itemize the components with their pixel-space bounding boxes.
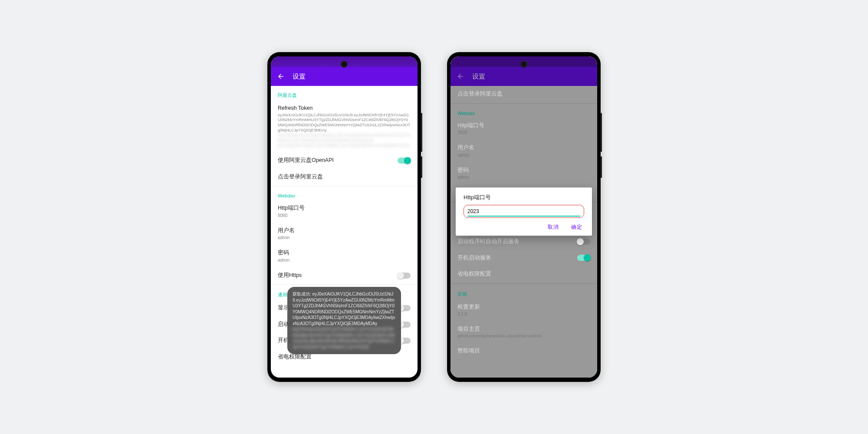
pref-boot-start[interactable]: 开机启动服务 [450,250,597,266]
dialog-input-highlight [464,205,584,218]
phone-right: 设置 点击登录阿里云盘 Webdav Http端口号 2628 用户名 [447,52,601,382]
pref-http-port[interactable]: Http端口号 8080 [271,200,418,223]
pref-username[interactable]: 用户名 admin [450,140,597,162]
pref-sponsor[interactable]: 赞助项目 [450,343,597,359]
refresh-token-value: eyJ0eXAiOiJKV1QiLCJhbGciOiJSUzI1NiJ9.eyJ… [278,113,411,148]
click-login-label: 点击登录阿里云盘 [278,173,411,181]
pref-click-login[interactable]: 点击登录阿里云盘 [450,86,597,102]
pref-use-https[interactable]: 使用Https [271,267,418,284]
pref-project-home[interactable]: 项目主页 github.com/eritpchy/webdav-aliyundr… [450,321,597,343]
pref-use-openapi[interactable]: 使用阿里云盘OpenAPI [271,152,418,169]
section-webdav: Webdav [450,105,597,118]
password-value: admin [278,257,411,263]
section-other: 其他 [450,285,597,299]
cancel-button[interactable]: 取消 [548,224,559,230]
password-title: 密码 [278,249,411,257]
pref-http-port[interactable]: Http端口号 2628 [450,118,597,140]
username-value: admin [278,235,411,240]
appbar-title: 设置 [472,72,485,81]
http-port-title: Http端口号 [278,204,411,212]
appbar-title: 设置 [293,72,306,81]
port-input[interactable] [467,207,580,217]
phone-left: 设置 阿里云盘 Refresh Token eyJ0eXAiOiJKV1QiLC… [267,52,421,382]
pref-check-update[interactable]: 检查更新 3.1.0 [450,299,597,322]
dialog-title: Http端口号 [464,194,584,201]
ok-button[interactable]: 确定 [571,224,582,230]
status-bar [271,56,418,67]
http-port-value: 8080 [278,213,411,218]
section-webdav: Webdav [271,187,418,200]
back-icon[interactable] [457,72,464,80]
pref-password[interactable]: 密码 admin [450,162,597,185]
pref-username[interactable]: 用户名 admin [271,223,418,245]
pref-password[interactable]: 密码 admin [271,245,418,267]
refresh-token-title: Refresh Token [278,105,411,112]
toggle-openapi[interactable] [398,158,411,164]
pref-refresh-token[interactable]: Refresh Token eyJ0eXAiOiJKV1QiLCJhbGciOi… [271,100,418,152]
use-openapi-label: 使用阿里云盘OpenAPI [278,157,398,164]
toggle-auto-start[interactable] [577,239,590,245]
appbar: 设置 [271,67,418,86]
appbar: 设置 [450,67,597,86]
toast: 获取成功: eyJ0eXAiOiJKV1QiLCJhbGciOiJSUzI1Ni… [287,287,401,354]
toggle-https[interactable] [398,273,411,279]
http-port-dialog: Http端口号 取消 确定 [456,187,592,236]
use-https-label: 使用Https [278,272,398,279]
status-bar [450,56,597,67]
pref-battery-opt[interactable]: 省电权限配置 [450,266,597,283]
pref-auto-start[interactable]: 启动程序时自动开启服务 [450,233,597,250]
toggle-boot-start[interactable] [577,255,590,261]
back-icon[interactable] [277,72,285,80]
toast-token: eyJ0eXAiOiJKV1QiLCJhbGciOiJSUzI1NiJ9.eyJ… [293,292,395,326]
toast-prefix: 获取成功: [293,292,312,296]
section-aliyun: 阿里云盘 [271,86,418,100]
username-title: 用户名 [278,227,411,235]
pref-click-login[interactable]: 点击登录阿里云盘 [271,169,418,185]
